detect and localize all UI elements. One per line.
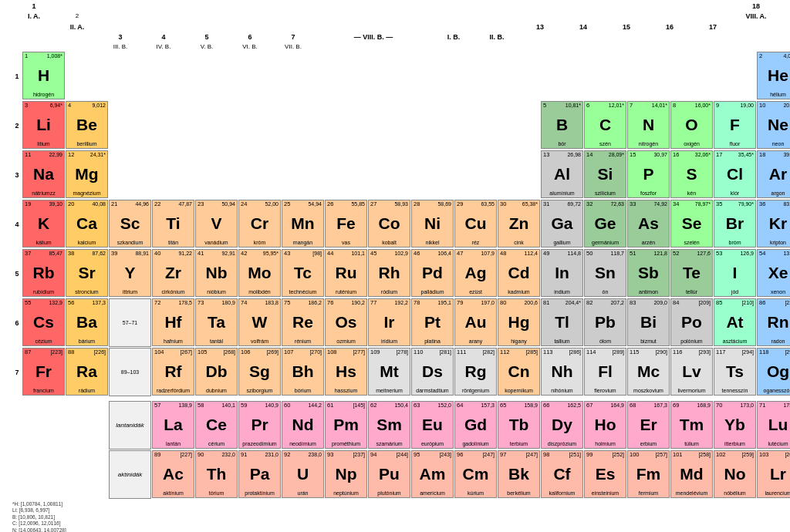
element-f[interactable]: 919,00Ffluor — [714, 101, 756, 149]
element-ts[interactable]: 117[294]Tstennesszín — [714, 348, 756, 396]
element-co[interactable]: 2758,93Cokobalt — [368, 200, 410, 247]
element-lv[interactable]: 116[293]Lvlivermorium — [670, 348, 713, 396]
element-be[interactable]: 49,012Beberillium — [66, 101, 108, 149]
element-rh[interactable]: 45102,9Rhródium — [368, 249, 410, 297]
element-si[interactable]: 1428,09*Siszilícium — [584, 150, 626, 198]
element-zn[interactable]: 3065,38*Zncink — [498, 200, 540, 247]
element-as[interactable]: 3374,92Asarzén — [627, 200, 670, 247]
element-hs[interactable]: 108[277]Hshasszium — [325, 348, 367, 396]
element-am[interactable]: 95[243]Amamerícium — [411, 450, 454, 498]
element-sm[interactable]: 62150,4Smszamárium — [368, 401, 410, 449]
element-la[interactable]: 57138,9Lalantán — [152, 401, 194, 449]
element-rf[interactable]: 104[267]Rfradzerfórdium — [152, 348, 194, 396]
element-b[interactable]: 510,81*Bbór — [541, 101, 583, 149]
element-sr[interactable]: 3887,62Srstroncium — [66, 249, 108, 297]
element-ni[interactable]: 2858,69Ninikkel — [411, 200, 454, 247]
element-ru[interactable]: 44101,1Ruruténium — [325, 249, 367, 297]
element-lr[interactable]: 103[266]Lrlaurencium — [757, 450, 790, 498]
element-u[interactable]: 92238,0Uurán — [282, 450, 324, 498]
element-zr[interactable]: 4091,22Zrcirkónium — [152, 249, 194, 297]
element-pm[interactable]: 61[145]Pmprométhium — [325, 401, 367, 449]
element-pt[interactable]: 78195,1Ptplatina — [411, 298, 454, 346]
element-n[interactable]: 714,01*Nnitrogén — [627, 101, 670, 149]
element-os[interactable]: 76190,2Osozmium — [325, 298, 367, 346]
element-br[interactable]: 3579,90*Brbróm — [714, 200, 756, 247]
element-gd[interactable]: 64157,3Gdgadolínium — [454, 401, 497, 449]
element-sb[interactable]: 51121,8Sbantimon — [627, 249, 670, 297]
element-ds[interactable]: 110[281]Dsdarmstadtium — [411, 348, 454, 396]
element-cl[interactable]: 1735,45*Clklór — [714, 150, 756, 198]
element-hg[interactable]: 80200,6Hghigany — [498, 298, 540, 346]
element-h[interactable]: 11,008*Hhidrogén — [22, 52, 65, 99]
element-tl[interactable]: 81204,4*Tltallium — [541, 298, 583, 346]
element-sg[interactable]: 106[269]Sgsziborgium — [238, 348, 281, 396]
element-w[interactable]: 74183,8Wvolfrám — [238, 298, 281, 346]
element-rg[interactable]: 111[282]Rgröntgenium — [454, 348, 497, 396]
element-hf[interactable]: 72178,5Hfhafnium — [152, 298, 194, 346]
element-mo[interactable]: 4295,95*Momolibdén — [238, 249, 281, 297]
element-tc[interactable]: 43[98]Tctechnécium — [282, 249, 324, 297]
element-pd[interactable]: 46106,4Pdpalládium — [411, 249, 454, 297]
element-dy[interactable]: 66162,5Dydiszprózium — [541, 401, 583, 449]
element-i[interactable]: 53126,9Ijód — [714, 249, 756, 297]
element-yb[interactable]: 70173,0Ybitterbium — [714, 401, 756, 449]
element-sn[interactable]: 50118,7Snón — [584, 249, 626, 297]
element-ra[interactable]: 88[226]Rarádium — [66, 348, 108, 396]
element-ce[interactable]: 58140,1Cecérium — [195, 401, 238, 449]
element-nh[interactable]: 113[286]Nhnihónium — [541, 348, 583, 396]
element-fe[interactable]: 2655,85Fevas — [325, 200, 367, 247]
element-s[interactable]: 1632,06*Skén — [670, 150, 713, 198]
element-ge[interactable]: 3272,63Gegermánium — [584, 200, 626, 247]
element-fl[interactable]: 114[289]Flflerovium — [584, 348, 626, 396]
element-k[interactable]: 1939,10Kkálium — [22, 200, 65, 247]
element-fr[interactable]: 87[223]Frfrancium — [22, 348, 65, 396]
element-po[interactable]: 84[209]Popolónium — [670, 298, 713, 346]
element-np[interactable]: 93[237]Npneptúnium — [325, 450, 367, 498]
element-he[interactable]: 24,003Hehélium — [757, 52, 790, 99]
element-ba[interactable]: 56137,3Babárium — [66, 298, 108, 346]
element-mg[interactable]: 1224,31*Mgmagnézium — [66, 150, 108, 198]
element-se[interactable]: 3478,97*Seszelén — [670, 200, 713, 247]
element-pb[interactable]: 82207,2Pbólom — [584, 298, 626, 346]
element-li[interactable]: 36,94*Lilitium — [22, 101, 65, 149]
element-ne[interactable]: 1020,18Neneon — [757, 101, 790, 149]
element-tb[interactable]: 65158,9Tbterbium — [498, 401, 540, 449]
element-ta[interactable]: 73180,9Tatantál — [195, 298, 238, 346]
element-rn[interactable]: 86[222]Rnradon — [757, 298, 790, 346]
element-er[interactable]: 68167,3Ererbium — [627, 401, 670, 449]
element-rb[interactable]: 3785,47Rbrubídium — [22, 249, 65, 297]
element-cn[interactable]: 112[285]Cnkoperníkum — [498, 348, 540, 396]
element-nd[interactable]: 60144,2Ndneodímium — [282, 401, 324, 449]
element-ca[interactable]: 2040,08Cakalcium — [66, 200, 108, 247]
element-re[interactable]: 75186,2Rerénium — [282, 298, 324, 346]
element-cs[interactable]: 55132,9Cscézium — [22, 298, 65, 346]
element-o[interactable]: 816,00*Ooxigén — [670, 101, 713, 149]
element-ho[interactable]: 67164,9Hoholmium — [584, 401, 626, 449]
element-te[interactable]: 52127,6Tetellúr — [670, 249, 713, 297]
element-in[interactable]: 49114,8Inindium — [541, 249, 583, 297]
element-es[interactable]: 99[252]Eseinsteinium — [584, 450, 626, 498]
element-tm[interactable]: 69168,9Tmtúlium — [670, 401, 713, 449]
element-bi[interactable]: 83209,0Bibizmut — [627, 298, 670, 346]
element-cd[interactable]: 48112,4Cdkadmium — [498, 249, 540, 297]
element-mn[interactable]: 2554,94Mnmangán — [282, 200, 324, 247]
element-at[interactable]: 85[210]Atasztácium — [714, 298, 756, 346]
element-kr[interactable]: 3683,80Krkripton — [757, 200, 790, 247]
element-al[interactable]: 1326,98Alalumínium — [541, 150, 583, 198]
element-ti[interactable]: 2247,87Tititán — [152, 200, 194, 247]
element-lu[interactable]: 71175,0Lulutécium — [757, 401, 790, 449]
element-mc[interactable]: 115[290]Mcmoszkovium — [627, 348, 670, 396]
element-y[interactable]: 3988,91Yittrium — [109, 249, 151, 297]
element-bh[interactable]: 107[270]Bhbórium — [282, 348, 324, 396]
element-th[interactable]: 90232,0Thtórium — [195, 450, 238, 498]
element-v[interactable]: 2350,94Vvanádium — [195, 200, 238, 247]
element-ag[interactable]: 47107,9Agezüst — [454, 249, 497, 297]
element-ga[interactable]: 3169,72Gagallium — [541, 200, 583, 247]
element-ir[interactable]: 77192,2Irirídium — [368, 298, 410, 346]
element-ar[interactable]: 1839,95Arargon — [757, 150, 790, 198]
element-c[interactable]: 612,01*Cszén — [584, 101, 626, 149]
element-no[interactable]: 102[259]Nonóbélium — [714, 450, 756, 498]
element-db[interactable]: 105[268]Dbdubnium — [195, 348, 238, 396]
element-cm[interactable]: 96[247]Cmkúrium — [454, 450, 497, 498]
element-cu[interactable]: 2963,55Curéz — [454, 200, 497, 247]
